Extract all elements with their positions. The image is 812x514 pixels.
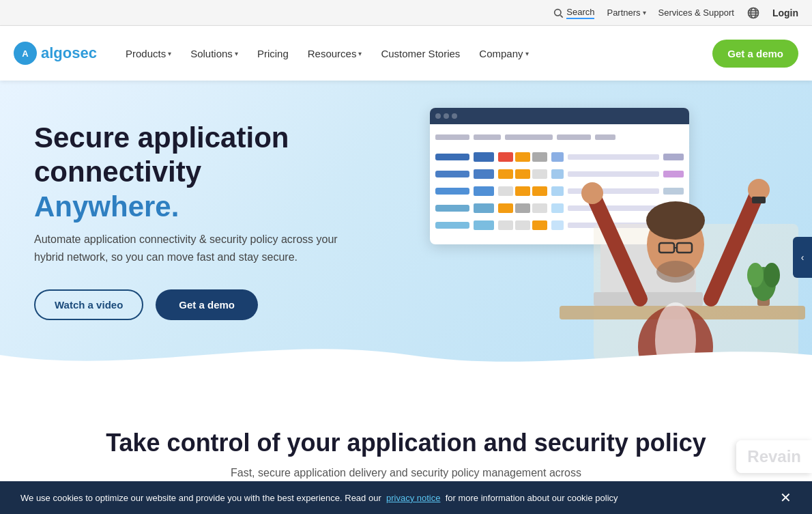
top-bar: Search Partners ▾ Services & Support Log… xyxy=(0,0,812,26)
nav-company[interactable]: Company ▾ xyxy=(471,42,536,65)
solutions-chevron-icon: ▾ xyxy=(235,50,238,57)
svg-point-20 xyxy=(656,261,695,283)
side-tab[interactable]: ‹ xyxy=(793,237,812,278)
company-chevron-icon: ▾ xyxy=(525,50,529,57)
nav-customer-stories[interactable]: Customer Stories xyxy=(373,42,468,65)
hero-person-image xyxy=(457,87,812,374)
main-nav: A algosec Products ▾ Solutions ▾ Pricing… xyxy=(0,26,812,81)
search-icon xyxy=(553,8,564,18)
side-tab-arrow-icon: ‹ xyxy=(801,252,804,263)
partners-wrap[interactable]: Partners ▾ xyxy=(607,8,646,18)
hero-title-line1: Secure application connectivity xyxy=(34,122,289,188)
nav-solutions[interactable]: Solutions ▾ xyxy=(182,42,246,65)
cookie-bar: We use cookies to optimize our website a… xyxy=(0,481,812,506)
hero-wave xyxy=(0,334,812,374)
svg-point-29 xyxy=(764,263,780,287)
services-label: Services & Support xyxy=(658,8,734,18)
section-title: Take control of your application and sec… xyxy=(27,429,785,457)
get-demo-hero-button[interactable]: Get a demo xyxy=(156,289,258,320)
logo[interactable]: A algosec xyxy=(14,42,97,65)
nav-links: Products ▾ Solutions ▾ Pricing Resources… xyxy=(117,42,712,65)
cookie-text: We use cookies to optimize our website a… xyxy=(20,493,618,503)
products-chevron-icon: ▾ xyxy=(168,50,171,57)
section-subtitle: Fast, secure application delivery and se… xyxy=(167,467,645,479)
nav-resources[interactable]: Resources ▾ xyxy=(300,42,371,65)
cookie-close-button[interactable]: ✕ xyxy=(780,491,792,504)
hero-title: Secure application connectivity Anywhere… xyxy=(34,121,416,224)
resources-chevron-icon: ▾ xyxy=(358,50,362,57)
dash-dot-1 xyxy=(435,113,441,119)
nav-products[interactable]: Products ▾ xyxy=(117,42,179,65)
svg-rect-25 xyxy=(752,197,766,203)
nav-pricing[interactable]: Pricing xyxy=(249,42,297,65)
get-demo-nav-button[interactable]: Get a demo xyxy=(712,40,798,68)
hero-subtitle: Automate application connectivity & secu… xyxy=(34,231,368,266)
cookie-privacy-link[interactable]: privacy notice xyxy=(386,493,440,503)
search-label[interactable]: Search xyxy=(566,7,594,19)
svg-text:A: A xyxy=(22,48,29,59)
svg-rect-11 xyxy=(594,292,703,306)
revain-text: Revain xyxy=(747,447,801,466)
partners-chevron-icon: ▾ xyxy=(643,9,646,16)
services-wrap[interactable]: Services & Support xyxy=(658,8,734,18)
logo-icon: A xyxy=(14,42,37,65)
hero-content: Secure application connectivity Anywhere… xyxy=(34,121,416,320)
hero-buttons: Watch a video Get a demo xyxy=(34,289,416,320)
logo-text: algosec xyxy=(41,44,97,62)
svg-line-1 xyxy=(561,15,563,17)
svg-point-0 xyxy=(555,9,561,15)
partners-label: Partners xyxy=(607,8,640,18)
svg-point-28 xyxy=(747,263,764,287)
revain-overlay: Revain xyxy=(736,440,812,473)
login-link[interactable]: Login xyxy=(772,8,798,18)
person-svg xyxy=(457,87,812,374)
search-wrap[interactable]: Search xyxy=(553,7,594,19)
globe-icon[interactable] xyxy=(746,6,760,20)
hero-section: Secure application connectivity Anywhere… xyxy=(0,81,812,374)
dash-dot-3 xyxy=(452,113,457,119)
svg-point-23 xyxy=(581,182,603,204)
svg-point-16 xyxy=(646,201,705,240)
hero-title-line2: Anywhere. xyxy=(34,190,179,223)
watch-video-button[interactable]: Watch a video xyxy=(34,289,143,320)
dash-dot-2 xyxy=(444,113,449,119)
